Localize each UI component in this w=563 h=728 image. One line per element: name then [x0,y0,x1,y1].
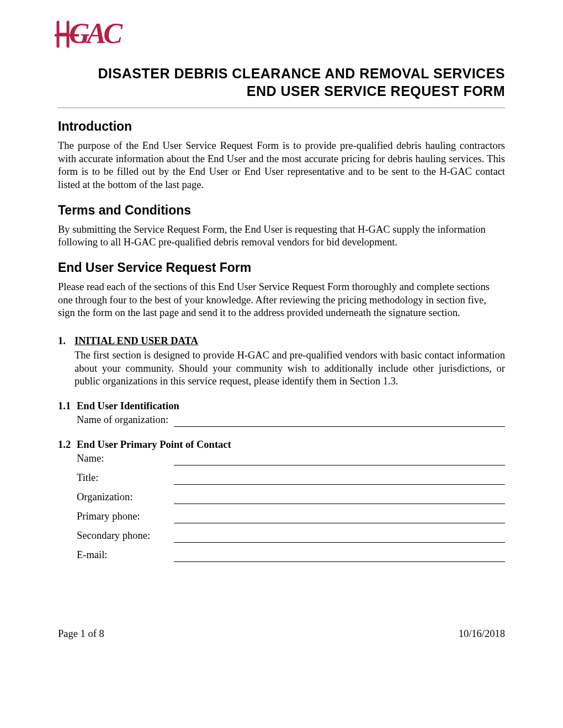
page-number: Page 1 of 8 [58,628,104,640]
title-line-2: END USER SERVICE REQUEST FORM [91,82,505,100]
heading-form: End User Service Request Form [58,260,505,275]
field-row-organization: Organization: [77,490,505,504]
label-email: E-mail: [77,548,174,562]
input-email[interactable] [174,551,505,562]
heading-terms: Terms and Conditions [58,203,505,218]
svg-text:GAC: GAC [69,18,123,49]
page-footer: Page 1 of 8 10/16/2018 [58,628,505,640]
input-secondary-phone[interactable] [174,532,505,543]
label-name: Name: [77,452,174,465]
section-1-body: The first section is designed to provide… [75,349,505,388]
field-row-name: Name: [77,452,505,465]
footer-date: 10/16/2018 [459,628,505,640]
sub-1-2-number: 1.2 [58,439,77,451]
label-title: Title: [77,471,174,485]
hgac-logo: GAC [55,17,148,52]
sub-1-2-title: End User Primary Point of Contact [77,439,231,451]
field-row-primary-phone: Primary phone: [77,510,505,523]
input-org-name[interactable] [174,416,505,427]
field-row-email: E-mail: [77,548,505,562]
input-primary-phone[interactable] [174,512,505,523]
section-1-title: INITIAL END USER DATA [75,335,198,347]
sub-1-1-number: 1.1 [58,400,77,412]
section-1: 1. INITIAL END USER DATA The first secti… [58,335,505,562]
sub-1-1-title: End User Identification [77,400,179,412]
title-divider [58,108,505,108]
heading-introduction: Introduction [58,119,505,134]
document-title: DISASTER DEBRIS CLEARANCE AND REMOVAL SE… [91,65,505,100]
subsection-1-1-heading: 1.1 End User Identification [58,400,505,412]
field-row-secondary-phone: Secondary phone: [77,529,505,543]
input-title[interactable] [174,474,505,485]
input-organization[interactable] [174,493,505,504]
terms-paragraph: By submitting the Service Request Form, … [58,223,505,249]
sub-1-2-fields: Name: Title: Organization: Primary phone… [77,452,505,562]
title-line-1: DISASTER DEBRIS CLEARANCE AND REMOVAL SE… [91,65,505,82]
label-primary-phone: Primary phone: [77,510,174,523]
subsection-1-2-heading: 1.2 End User Primary Point of Contact [58,439,505,451]
sub-1-1-fields: Name of organization: [77,413,505,427]
intro-paragraph: The purpose of the End User Service Requ… [58,140,505,192]
label-organization: Organization: [77,490,174,504]
label-org-name: Name of organization: [77,413,174,427]
input-name[interactable] [174,454,505,465]
section-1-heading: 1. INITIAL END USER DATA [58,335,505,347]
label-secondary-phone: Secondary phone: [77,529,174,543]
section-1-number: 1. [58,335,75,347]
field-row-title: Title: [77,471,505,485]
field-row-org-name: Name of organization: [77,413,505,427]
form-instructions: Please read each of the sections of this… [58,281,505,320]
page: GAC DISASTER DEBRIS CLEARANCE AND REMOVA… [0,0,563,728]
